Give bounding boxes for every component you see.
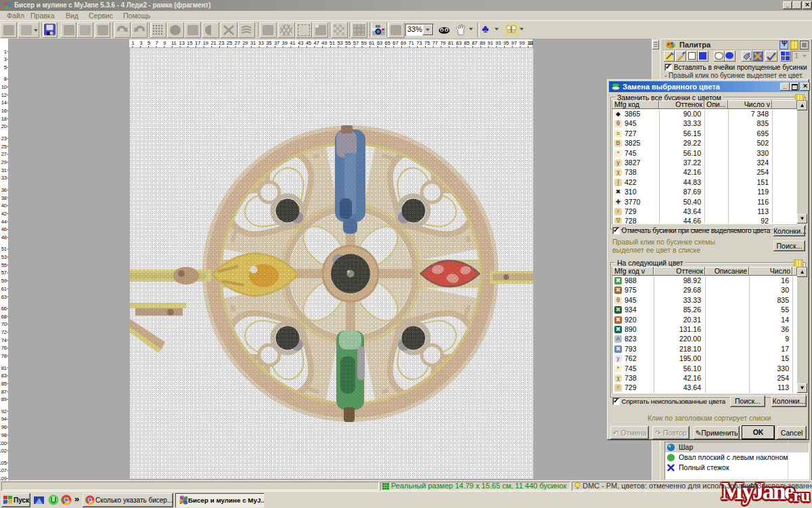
svg-text:72: 72 bbox=[1, 329, 7, 335]
svg-text:55: 55 bbox=[345, 40, 351, 46]
svg-text:61: 61 bbox=[1, 286, 7, 292]
svg-text:43: 43 bbox=[298, 40, 303, 46]
svg-text:57: 57 bbox=[353, 40, 359, 46]
svg-text:87: 87 bbox=[472, 40, 477, 46]
svg-text:45: 45 bbox=[306, 40, 311, 46]
svg-text:65: 65 bbox=[385, 40, 390, 46]
svg-text:12: 12 bbox=[1, 92, 7, 98]
svg-text:23: 23 bbox=[219, 40, 224, 46]
svg-text:15: 15 bbox=[187, 40, 192, 46]
svg-text:59: 59 bbox=[1, 278, 7, 284]
svg-text:53: 53 bbox=[1, 254, 7, 260]
svg-text:25: 25 bbox=[227, 40, 232, 46]
svg-text:92: 92 bbox=[1, 408, 7, 415]
svg-text:16: 16 bbox=[1, 108, 7, 114]
svg-text:85: 85 bbox=[464, 40, 470, 46]
svg-text:79: 79 bbox=[440, 40, 445, 46]
svg-text:71: 71 bbox=[409, 40, 414, 46]
svg-text:95: 95 bbox=[503, 40, 509, 46]
svg-text:33: 33 bbox=[258, 40, 264, 46]
svg-text:105: 105 bbox=[0, 460, 7, 466]
svg-text:36: 36 bbox=[1, 187, 7, 193]
svg-text:5: 5 bbox=[4, 64, 7, 70]
svg-text:11: 11 bbox=[171, 40, 177, 46]
svg-text:83: 83 bbox=[456, 40, 461, 46]
svg-text:39: 39 bbox=[282, 40, 288, 46]
svg-text:19: 19 bbox=[203, 40, 208, 46]
svg-text:63: 63 bbox=[377, 40, 382, 46]
svg-text:3: 3 bbox=[139, 40, 142, 46]
svg-text:87: 87 bbox=[1, 389, 7, 395]
svg-text:46: 46 bbox=[1, 226, 7, 232]
svg-text:107: 107 bbox=[0, 467, 7, 473]
svg-text:73: 73 bbox=[416, 40, 422, 46]
svg-text:35: 35 bbox=[266, 40, 271, 46]
svg-text:98: 98 bbox=[1, 432, 7, 438]
svg-text:31: 31 bbox=[250, 40, 256, 46]
svg-text:17: 17 bbox=[195, 40, 200, 46]
svg-text:74: 74 bbox=[1, 337, 7, 343]
svg-text:3: 3 bbox=[4, 56, 7, 62]
svg-text:40: 40 bbox=[1, 203, 7, 209]
svg-text:59: 59 bbox=[361, 40, 367, 46]
svg-text:21: 21 bbox=[210, 40, 216, 46]
svg-text:76: 76 bbox=[1, 345, 7, 351]
svg-text:31: 31 bbox=[1, 167, 7, 173]
svg-text:41: 41 bbox=[290, 40, 295, 46]
svg-text:70: 70 bbox=[1, 321, 7, 327]
svg-text:102: 102 bbox=[528, 40, 533, 46]
svg-text:55: 55 bbox=[1, 262, 7, 268]
svg-text:1: 1 bbox=[132, 40, 135, 46]
svg-text:14: 14 bbox=[1, 100, 7, 106]
svg-text:99: 99 bbox=[519, 40, 524, 46]
svg-text:37: 37 bbox=[274, 40, 279, 46]
svg-text:38: 38 bbox=[1, 195, 7, 201]
svg-text:8: 8 bbox=[4, 76, 7, 82]
svg-text:49: 49 bbox=[321, 40, 327, 46]
svg-text:94: 94 bbox=[1, 416, 7, 422]
svg-text:27: 27 bbox=[235, 40, 240, 46]
svg-text:23: 23 bbox=[1, 135, 7, 142]
svg-text:85: 85 bbox=[1, 381, 7, 387]
svg-text:89: 89 bbox=[480, 40, 485, 46]
svg-text:97: 97 bbox=[512, 40, 517, 46]
svg-text:25: 25 bbox=[1, 144, 7, 150]
svg-text:61: 61 bbox=[369, 40, 374, 46]
svg-text:83: 83 bbox=[1, 373, 7, 379]
svg-text:10: 10 bbox=[1, 84, 7, 90]
svg-text:81: 81 bbox=[1, 365, 7, 371]
svg-text:20: 20 bbox=[1, 123, 7, 129]
svg-text:69: 69 bbox=[401, 40, 406, 46]
svg-text:13: 13 bbox=[179, 40, 185, 46]
svg-text:96: 96 bbox=[1, 424, 7, 430]
svg-text:47: 47 bbox=[313, 40, 319, 46]
svg-text:66: 66 bbox=[1, 305, 7, 312]
svg-text:29: 29 bbox=[242, 40, 248, 46]
svg-text:51: 51 bbox=[1, 246, 7, 252]
svg-text:89: 89 bbox=[1, 396, 7, 402]
svg-text:33: 33 bbox=[1, 175, 7, 181]
svg-text:93: 93 bbox=[495, 40, 501, 46]
svg-text:81: 81 bbox=[448, 40, 453, 46]
svg-text:63: 63 bbox=[1, 294, 7, 300]
svg-text:18: 18 bbox=[1, 116, 7, 122]
svg-text:53: 53 bbox=[337, 40, 342, 46]
svg-text:5: 5 bbox=[148, 40, 150, 46]
svg-text:67: 67 bbox=[392, 40, 398, 46]
svg-text:51: 51 bbox=[330, 40, 335, 46]
svg-text:77: 77 bbox=[432, 40, 438, 46]
svg-text:102: 102 bbox=[0, 448, 7, 454]
svg-text:75: 75 bbox=[424, 40, 430, 46]
svg-text:68: 68 bbox=[1, 314, 7, 320]
svg-text:91: 91 bbox=[488, 40, 493, 46]
svg-text:78: 78 bbox=[1, 353, 7, 359]
svg-text:27: 27 bbox=[1, 151, 7, 157]
svg-text:42: 42 bbox=[1, 211, 7, 217]
svg-text:7: 7 bbox=[156, 40, 158, 46]
svg-text:9: 9 bbox=[163, 40, 166, 46]
svg-text:100: 100 bbox=[0, 440, 7, 446]
svg-text:48: 48 bbox=[1, 234, 7, 240]
svg-text:29: 29 bbox=[1, 159, 7, 165]
svg-text:1: 1 bbox=[4, 49, 7, 55]
svg-text:44: 44 bbox=[1, 219, 7, 225]
